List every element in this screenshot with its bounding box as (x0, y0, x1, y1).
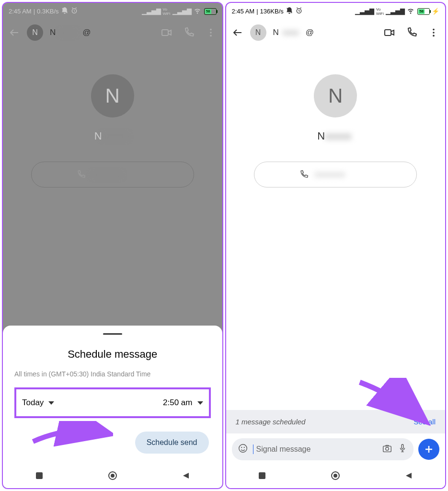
nav-bar (3, 465, 222, 488)
add-button[interactable] (418, 439, 439, 460)
battery-icon: 58 (204, 8, 217, 15)
sheet-title: Schedule message (14, 348, 211, 361)
svg-rect-18 (402, 444, 403, 449)
avatar[interactable]: N (27, 24, 43, 41)
sheet-subtitle: All times in (GMT+05:30) India Standard … (14, 370, 211, 378)
nav-back-icon[interactable] (182, 472, 190, 481)
voice-call-icon[interactable] (406, 27, 417, 38)
nav-home-icon[interactable] (108, 471, 117, 482)
phone-number-pill[interactable]: xxxxxxxx (254, 162, 417, 187)
svg-point-4 (210, 35, 212, 37)
avatar-large[interactable]: N (91, 74, 134, 117)
schedule-bottom-sheet: Schedule message All times in (GMT+05:30… (3, 326, 222, 465)
chevron-down-icon (197, 401, 203, 405)
battery-icon: 58 (417, 8, 430, 15)
svg-point-12 (433, 35, 435, 37)
signal-icon: ▁▃▅▇ (142, 8, 161, 15)
profile-name: Nxxxxx (94, 130, 131, 142)
status-time: 2:45 AM (232, 8, 255, 15)
svg-point-17 (386, 447, 389, 450)
avatar[interactable]: N (250, 24, 266, 41)
schedule-send-button[interactable]: Schedule send (135, 432, 209, 454)
vowifi-icon: VoWiFi (376, 7, 384, 16)
nav-home-icon[interactable] (331, 471, 340, 482)
status-speed: 0.3KB/s (37, 8, 59, 15)
phone-screenshot-left: 2:45 AM | 0.3KB/s ▁▃▅▇ VoWiFi ▁▃▅▇ 58 (2, 2, 223, 489)
date-picker[interactable]: Today (22, 398, 54, 408)
video-call-icon[interactable] (161, 27, 172, 38)
status-bar: 2:45 AM | 0.3KB/s ▁▃▅▇ VoWiFi ▁▃▅▇ 58 (3, 3, 222, 20)
svg-rect-5 (36, 472, 43, 479)
svg-point-15 (243, 447, 244, 448)
svg-point-14 (241, 447, 242, 448)
scheduled-count: 1 message scheduled (236, 418, 306, 426)
phone-number-pill[interactable]: xxxxxxxx (31, 162, 194, 187)
svg-rect-19 (259, 472, 265, 479)
wifi-icon (407, 7, 414, 16)
alarm-icon (70, 7, 78, 16)
nav-recents-icon[interactable] (35, 472, 43, 481)
back-icon[interactable] (9, 27, 20, 38)
input-bar: Signal message (226, 433, 446, 465)
emoji-icon[interactable] (238, 443, 248, 456)
voice-call-icon[interactable] (183, 27, 195, 38)
datetime-picker-row: Today 2:50 am (14, 387, 211, 418)
see-all-link[interactable]: See all (414, 418, 436, 426)
dnd-icon (61, 7, 69, 16)
chat-header: N N xxxx @ (3, 20, 222, 46)
svg-point-11 (433, 32, 435, 34)
nav-back-icon[interactable] (405, 472, 413, 481)
contact-name[interactable]: N xxxx @ (50, 28, 154, 37)
more-icon[interactable] (428, 27, 439, 38)
profile-area: N Nxxxxx xxxxxxxx (226, 46, 446, 197)
status-bar: 2:45 AM | 136KB/s ▁▃▅▇ VoWiFi ▁▃▅▇ 58 ⚡ (226, 3, 446, 20)
vowifi-icon: VoWiFi (163, 7, 171, 16)
chat-header: N N xxxx @ (226, 20, 446, 46)
profile-area: N Nxxxxx xxxxxxxx (3, 46, 222, 197)
message-input[interactable]: Signal message (232, 438, 414, 460)
input-placeholder: Signal message (256, 445, 378, 454)
signal-icon: ▁▃▅▇ (172, 8, 192, 15)
svg-point-3 (210, 32, 212, 34)
svg-point-7 (111, 474, 115, 478)
time-picker[interactable]: 2:50 am (163, 398, 203, 408)
back-icon[interactable] (232, 27, 243, 38)
bottom-area: 1 message scheduled See all Signal messa… (226, 410, 446, 465)
contact-name[interactable]: N xxxx @ (273, 28, 378, 37)
more-icon[interactable] (205, 27, 217, 38)
svg-rect-1 (162, 30, 168, 35)
scheduled-banner: 1 message scheduled See all (226, 410, 446, 433)
svg-point-13 (239, 444, 247, 453)
avatar-large[interactable]: N (314, 74, 357, 117)
nav-recents-icon[interactable] (258, 472, 266, 481)
alarm-icon (295, 7, 303, 16)
svg-rect-9 (385, 30, 391, 35)
svg-point-21 (333, 474, 337, 478)
nav-bar (226, 465, 446, 488)
status-speed: 136KB/s (260, 8, 284, 15)
wifi-icon (194, 7, 201, 16)
signal-icon: ▁▃▅▇ (386, 8, 405, 15)
mic-icon[interactable] (397, 443, 408, 456)
status-time: 2:45 AM (9, 8, 32, 15)
phone-screenshot-right: 2:45 AM | 136KB/s ▁▃▅▇ VoWiFi ▁▃▅▇ 58 ⚡ … (225, 2, 447, 489)
svg-point-10 (433, 29, 435, 31)
svg-point-2 (210, 29, 212, 31)
sheet-handle[interactable] (103, 333, 122, 335)
video-call-icon[interactable] (384, 27, 395, 38)
signal-icon: ▁▃▅▇ (355, 8, 374, 15)
chevron-down-icon (48, 401, 54, 405)
profile-name: Nxxxxx (317, 130, 354, 142)
camera-icon[interactable] (382, 443, 392, 456)
dnd-icon (286, 7, 293, 16)
